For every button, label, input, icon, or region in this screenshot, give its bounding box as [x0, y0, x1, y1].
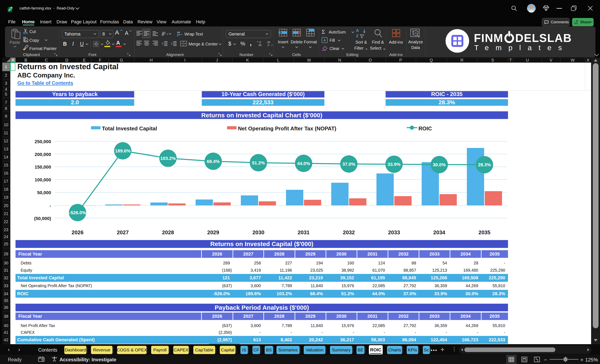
svg-text:ab: ab — [177, 31, 180, 34]
svg-text:37.0%: 37.0% — [342, 162, 355, 167]
svg-text:ab: ab — [162, 31, 166, 37]
svg-text:Z: Z — [356, 34, 358, 38]
svg-text:189.6%: 189.6% — [115, 148, 131, 154]
svg-text:2033: 2033 — [388, 229, 400, 236]
svg-text:(50,000): (50,000) — [34, 216, 51, 221]
svg-text:2029: 2029 — [207, 229, 219, 236]
svg-text:2032: 2032 — [343, 229, 355, 236]
svg-text:2028: 2028 — [162, 229, 174, 236]
svg-text:100,000: 100,000 — [35, 177, 51, 182]
svg-text:x: x — [8, 9, 10, 12]
svg-text:250,000: 250,000 — [35, 139, 51, 144]
svg-text:2031: 2031 — [298, 229, 309, 236]
svg-text:200,000: 200,000 — [35, 152, 51, 157]
svg-text:33.9%: 33.9% — [388, 162, 401, 167]
svg-text:50,000: 50,000 — [37, 190, 51, 195]
svg-text:.0: .0 — [259, 41, 261, 44]
svg-text:44.0%: 44.0% — [297, 161, 310, 166]
svg-text:68.4%: 68.4% — [207, 159, 220, 164]
svg-text:2034: 2034 — [433, 229, 445, 236]
svg-text:Net Operating Profit After Tax: Net Operating Profit After Tax (NOPAT) — [238, 125, 336, 132]
svg-text:30.0%: 30.0% — [433, 162, 446, 167]
svg-text:-: - — [50, 203, 51, 208]
svg-text:28.3%: 28.3% — [478, 162, 491, 167]
svg-text:c: c — [177, 34, 178, 36]
svg-text:.00: .00 — [258, 44, 262, 47]
svg-text:Total Invested Capital: Total Invested Capital — [102, 125, 157, 132]
svg-text:51.2%: 51.2% — [252, 160, 265, 165]
svg-text:2035: 2035 — [478, 229, 490, 236]
svg-text:2026: 2026 — [72, 229, 84, 236]
svg-text:A: A — [356, 28, 359, 33]
svg-text:150,000: 150,000 — [35, 164, 51, 170]
svg-text:.0: .0 — [267, 44, 269, 47]
svg-text:.00: .00 — [267, 41, 270, 44]
svg-text:-526.0%: -526.0% — [69, 210, 86, 215]
svg-text:ROIC: ROIC — [419, 125, 432, 132]
svg-text:2027: 2027 — [117, 229, 129, 236]
svg-text:103.2%: 103.2% — [160, 156, 176, 161]
svg-text:2030: 2030 — [253, 229, 264, 236]
